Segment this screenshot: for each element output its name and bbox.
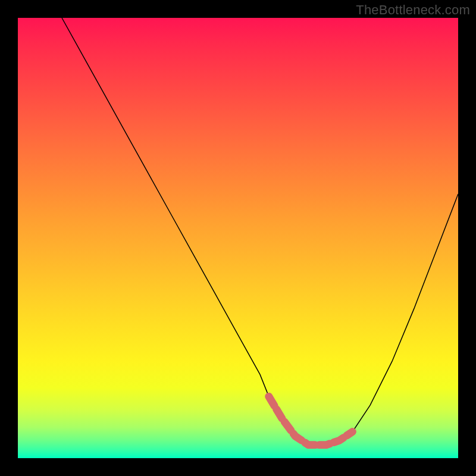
- watermark-text: TheBottleneck.com: [356, 2, 470, 18]
- chart-frame: TheBottleneck.com: [0, 0, 476, 476]
- bottleneck-curve: [62, 18, 458, 445]
- plot-area: [18, 18, 458, 458]
- optimal-range-highlight: [269, 396, 353, 444]
- curve-svg: [18, 18, 458, 458]
